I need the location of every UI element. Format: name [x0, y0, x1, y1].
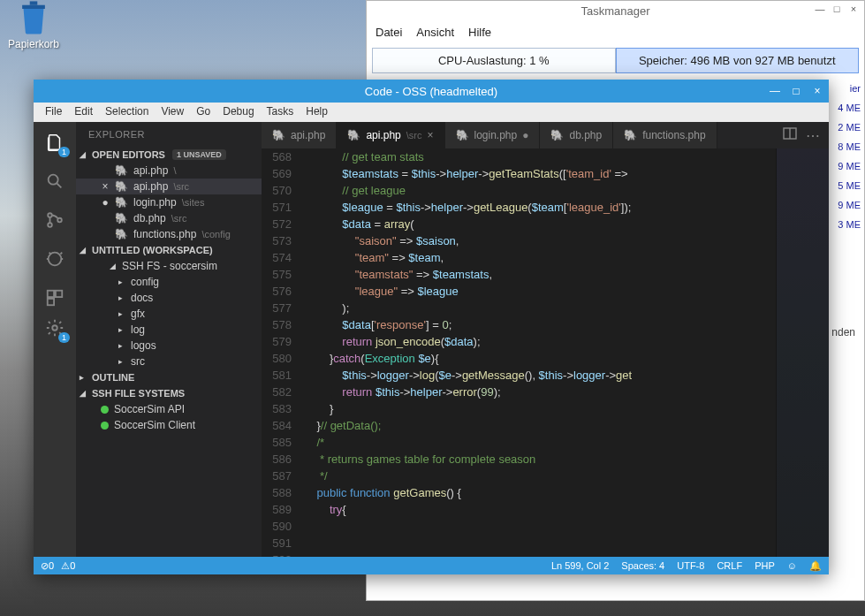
status-lang[interactable]: PHP — [755, 560, 775, 571]
svg-rect-5 — [48, 291, 54, 297]
open-editor-item[interactable]: 🐘api.php \ — [76, 163, 262, 179]
chevron-right-icon: ▸ — [118, 357, 125, 366]
menu-go[interactable]: Go — [192, 105, 215, 119]
php-icon: 🐘 — [115, 180, 128, 193]
menu-edit[interactable]: Edit — [70, 105, 97, 119]
php-icon: 🐘 — [347, 129, 360, 141]
split-editor-icon[interactable] — [783, 126, 797, 144]
tm-side-value: ier — [838, 79, 862, 98]
tm-minimize[interactable]: — — [813, 3, 827, 15]
vscode-close[interactable]: × — [811, 85, 823, 97]
activity-bar: 1 1 — [34, 122, 76, 557]
tm-menu-ansicht[interactable]: Ansicht — [416, 26, 454, 39]
open-editor-item[interactable]: ●🐘login.php \sites — [76, 194, 262, 210]
desktop-trash[interactable]: Papierkorb — [7, 0, 60, 50]
code-content[interactable]: // get team stats $teamstats = $this->he… — [304, 148, 776, 557]
tm-cpu-tab[interactable]: CPU-Auslastung: 1 % — [372, 48, 616, 73]
tm-bottom-button[interactable]: nden — [831, 326, 855, 338]
editor-tab[interactable]: 🐘db.php — [540, 122, 613, 148]
activity-explorer-icon[interactable]: 1 — [43, 131, 66, 154]
outline-section[interactable]: ▸ OUTLINE — [76, 369, 262, 385]
editor-tab[interactable]: 🐘functions.php — [613, 122, 717, 148]
tm-memory-tab[interactable]: Speicher: 496 MB von 927 MB benutzt — [616, 48, 860, 73]
tm-maximize[interactable]: □ — [830, 3, 844, 15]
chevron-right-icon: ▸ — [118, 309, 125, 318]
editor-tab[interactable]: 🐘api.php — [262, 122, 337, 148]
activity-settings-icon[interactable]: 1 — [43, 316, 66, 339]
vscode-maximize[interactable]: □ — [790, 85, 802, 97]
workspace-section[interactable]: ◢ UNTITLED (WORKSPACE) — [76, 242, 262, 258]
settings-badge: 1 — [58, 332, 70, 343]
code-editor[interactable]: 5685695705715725735745755765775785795805… — [262, 148, 829, 557]
sshfs-connection[interactable]: SoccerSim API — [76, 401, 262, 417]
ssh-fs-root[interactable]: ◢ SSH FS - soccersim — [76, 258, 262, 274]
svg-point-0 — [49, 175, 58, 185]
open-editors-section[interactable]: ◢ OPEN EDITORS 1 UNSAVED — [76, 147, 262, 163]
status-feedback-icon[interactable]: ☺ — [787, 560, 797, 571]
svg-point-8 — [52, 325, 57, 331]
menu-file[interactable]: File — [41, 105, 66, 119]
more-icon[interactable]: ⋯ — [806, 127, 820, 144]
vscode-titlebar[interactable]: Code - OSS (headmelted) — □ × — [34, 80, 829, 103]
php-icon: 🐘 — [115, 164, 128, 177]
open-editor-item[interactable]: 🐘functions.php \config — [76, 226, 262, 242]
php-icon: 🐘 — [115, 196, 128, 209]
taskmanager-menu: Datei Ansicht Hilfe — [367, 20, 864, 44]
status-bar: ⊘0 ⚠0 Ln 599, Col 2 Spaces: 4 UTF-8 CRLF… — [34, 557, 829, 574]
open-editor-item[interactable]: 🐘db.php \src — [76, 210, 262, 226]
vscode-title: Code - OSS (headmelted) — [365, 85, 497, 98]
menu-help[interactable]: Help — [301, 105, 332, 119]
status-eol[interactable]: CRLF — [717, 560, 742, 571]
open-editor-item[interactable]: ×🐘api.php \src — [76, 179, 262, 194]
activity-debug-icon[interactable] — [43, 247, 66, 270]
folder-config[interactable]: ▸config — [76, 274, 262, 290]
status-encoding[interactable]: UTF-8 — [677, 560, 704, 571]
folder-docs[interactable]: ▸docs — [76, 290, 262, 306]
close-tab-icon[interactable]: × — [427, 129, 433, 141]
folder-log[interactable]: ▸log — [76, 322, 262, 338]
taskmanager-titlebar[interactable]: Taskmanager — □ × — [367, 1, 864, 20]
menu-view[interactable]: View — [156, 105, 188, 119]
connected-icon — [101, 422, 109, 430]
svg-point-1 — [48, 213, 52, 217]
status-errors[interactable]: ⊘0 — [41, 560, 54, 572]
unsaved-badge: 1 UNSAVED — [172, 149, 226, 160]
folder-gfx[interactable]: ▸gfx — [76, 306, 262, 322]
vscode-menubar: FileEditSelectionViewGoDebugTasksHelp — [34, 103, 829, 122]
sshfs-section[interactable]: ◢ SSH FILE SYSTEMS — [76, 385, 262, 401]
editor-tab[interactable]: 🐘login.php● — [445, 122, 541, 148]
editor-tabs: 🐘api.php🐘api.php\src×🐘login.php●🐘db.php🐘… — [262, 122, 829, 148]
dirty-indicator[interactable]: ● — [522, 129, 528, 141]
dirty-indicator: ● — [101, 196, 110, 209]
activity-extensions-icon[interactable] — [43, 286, 66, 309]
folder-logos[interactable]: ▸logos — [76, 338, 262, 354]
chevron-right-icon: ▸ — [118, 293, 125, 302]
chevron-right-icon: ▸ — [80, 373, 88, 382]
taskmanager-title: Taskmanager — [580, 4, 649, 18]
menu-selection[interactable]: Selection — [101, 105, 153, 119]
vscode-minimize[interactable]: — — [769, 85, 781, 97]
status-bell-icon[interactable]: 🔔 — [809, 560, 822, 572]
minimap[interactable] — [776, 148, 829, 557]
activity-search-icon[interactable] — [43, 170, 66, 193]
svg-rect-7 — [48, 299, 54, 305]
php-icon: 🐘 — [456, 129, 469, 141]
activity-scm-icon[interactable] — [43, 209, 66, 232]
dirty-indicator: × — [101, 180, 110, 193]
tm-side-value: 9 ME — [838, 156, 862, 176]
menu-tasks[interactable]: Tasks — [262, 105, 299, 119]
status-ln-col[interactable]: Ln 599, Col 2 — [551, 560, 609, 571]
editor-tab[interactable]: 🐘api.php\src× — [337, 122, 444, 148]
tm-menu-hilfe[interactable]: Hilfe — [468, 26, 491, 39]
line-gutter: 5685695705715725735745755765775785795805… — [262, 148, 304, 557]
tm-close[interactable]: × — [846, 3, 861, 15]
tm-side-values: ier4 ME2 ME8 ME9 ME5 ME9 ME3 ME — [838, 79, 862, 234]
status-warnings[interactable]: ⚠0 — [61, 560, 75, 572]
status-spaces[interactable]: Spaces: 4 — [621, 560, 664, 571]
sshfs-connection[interactable]: SoccerSim Client — [76, 417, 262, 433]
svg-rect-6 — [56, 291, 62, 297]
folder-src[interactable]: ▸src — [76, 354, 262, 369]
tm-menu-datei[interactable]: Datei — [376, 26, 402, 39]
menu-debug[interactable]: Debug — [218, 105, 258, 119]
chevron-down-icon: ◢ — [110, 262, 117, 270]
